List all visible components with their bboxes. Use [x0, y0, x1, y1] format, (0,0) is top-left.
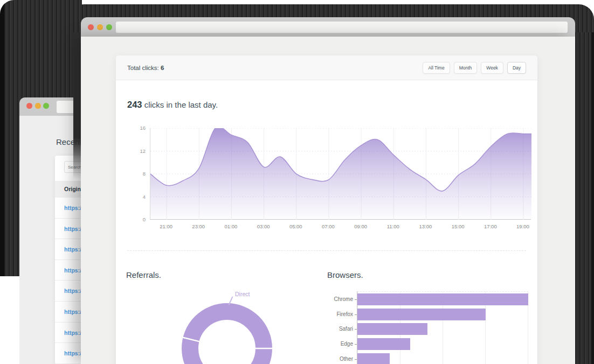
x-axis-tick-label: 17:00	[479, 223, 502, 229]
section-divider	[127, 250, 526, 251]
bar-label-safari: Safari	[310, 323, 353, 335]
front-window-toolbar	[81, 17, 575, 37]
table-row: https://	[55, 219, 81, 240]
y-axis-tick-label: 16	[124, 124, 146, 131]
bar-label-firefox: Firefox	[310, 309, 353, 320]
bar-label-chrome: Chrome	[310, 293, 353, 305]
time-filter-group: All TimeMonthWeekDay	[423, 62, 526, 74]
x-axis-tick-label: 05:00	[284, 223, 308, 229]
maximize-button[interactable]	[106, 24, 112, 30]
bar-firefox[interactable]	[357, 309, 486, 320]
origin-link[interactable]: https://	[64, 198, 81, 218]
recent-links-card: Origin https://https://https://https://h…	[55, 156, 81, 364]
filter-button-month[interactable]: Month	[454, 62, 478, 74]
area-chart-svg	[150, 128, 531, 220]
area-chart	[150, 128, 531, 220]
table-row: https://	[55, 323, 81, 344]
clicks-headline: 243 clicks in the last day.	[127, 100, 218, 110]
front-window-frame-right	[575, 32, 594, 364]
x-axis-tick-label: 23:00	[187, 223, 210, 229]
x-axis-tick-label: 09:00	[349, 223, 372, 229]
mockup-stage: Recent Origin https://https://https://ht…	[0, 0, 594, 364]
table-row: https://	[55, 198, 81, 219]
bar-tick	[355, 299, 357, 300]
total-clicks: Total clicks: 6	[127, 65, 164, 71]
y-axis-tick-label: 0	[124, 216, 146, 223]
origin-link[interactable]: https://	[64, 302, 81, 322]
filter-button-day[interactable]: Day	[507, 62, 526, 74]
origin-link[interactable]: https://	[64, 281, 81, 301]
bar-edge[interactable]	[357, 338, 410, 350]
x-axis-tick-label: 01:00	[219, 223, 243, 229]
bar-tick	[355, 344, 357, 345]
table-row: https://	[55, 260, 81, 281]
front-window-frame-left	[73, 32, 81, 179]
clicks-headline-text: clicks in the last day.	[142, 100, 218, 109]
close-button[interactable]	[88, 24, 94, 30]
bar-safari[interactable]	[357, 323, 427, 335]
url-bar[interactable]	[116, 22, 568, 33]
x-axis-tick-label: 11:00	[381, 223, 405, 229]
bar-label-other: Other	[310, 353, 353, 364]
origin-link[interactable]: https://	[64, 260, 81, 281]
front-window-content: Total clicks: 6 All TimeMonthWeekDay 243…	[81, 37, 575, 364]
donut-segment-label: Direct	[235, 291, 250, 297]
origin-column-header: Origin	[64, 181, 81, 198]
x-axis-tick-label: 03:00	[252, 223, 275, 229]
background-window-toolbar	[19, 97, 81, 116]
table-header: Origin	[55, 181, 81, 198]
card-header: Total clicks: 6 All TimeMonthWeekDay	[116, 55, 537, 80]
maximize-button[interactable]	[43, 103, 49, 109]
table-row: https://	[55, 281, 81, 302]
area-chart-fill	[150, 128, 531, 220]
origin-link[interactable]: https://	[64, 239, 81, 260]
table-row: https://	[55, 343, 81, 364]
y-axis-tick-label: 12	[124, 148, 146, 155]
background-window-content: Recent Origin https://https://https://ht…	[19, 116, 81, 364]
y-axis-tick-label: 8	[124, 170, 146, 177]
x-axis-tick-label: 21:00	[154, 223, 178, 229]
clicks-count: 243	[127, 100, 142, 109]
referrals-donut-chart	[181, 302, 273, 364]
bar-tick	[355, 329, 357, 330]
origin-link[interactable]: https://	[64, 323, 81, 343]
analytics-card: Total clicks: 6 All TimeMonthWeekDay 243…	[116, 55, 537, 364]
x-axis-tick-label: 13:00	[413, 223, 437, 229]
origin-link[interactable]: https://	[64, 219, 81, 239]
origin-link[interactable]: https://	[64, 343, 81, 363]
table-row: https://	[55, 302, 81, 323]
minimize-button[interactable]	[35, 103, 41, 109]
x-axis-tick-label: 15:00	[446, 223, 470, 229]
close-button[interactable]	[26, 103, 32, 109]
total-clicks-value: 6	[161, 65, 164, 71]
x-axis-tick-label: 19:00	[511, 223, 535, 229]
minimize-button[interactable]	[97, 24, 103, 30]
referrals-title: Referrals.	[126, 270, 161, 279]
bar-tick	[355, 314, 357, 315]
bar-chrome[interactable]	[357, 293, 528, 305]
donut-ring[interactable]	[190, 312, 264, 364]
bar-tick	[355, 359, 357, 360]
browsers-title: Browsers.	[327, 270, 363, 279]
x-axis-tick-label: 07:00	[316, 223, 340, 229]
y-axis-tick-label: 4	[124, 193, 146, 200]
table-row: https://	[55, 239, 81, 260]
bar-other[interactable]	[357, 353, 390, 364]
filter-button-all-time[interactable]: All Time	[423, 62, 450, 74]
bar-label-edge: Edge	[310, 338, 353, 350]
total-clicks-label: Total clicks:	[127, 65, 159, 71]
filter-button-week[interactable]: Week	[481, 62, 503, 74]
